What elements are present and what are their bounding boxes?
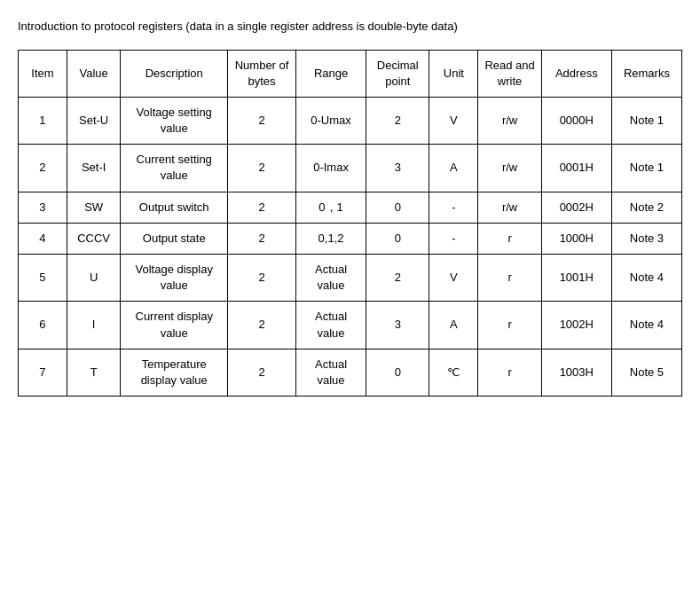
- cell-unit: ℃: [429, 349, 478, 396]
- cell-range: Actual value: [296, 302, 366, 349]
- cell-description: Output switch: [121, 192, 228, 223]
- cell-range: 0,1,2: [296, 223, 366, 254]
- cell-value: I: [67, 302, 120, 349]
- cell-description: Voltage display value: [121, 255, 228, 302]
- header-value: Value: [67, 50, 120, 97]
- cell-decimal: 2: [366, 255, 429, 302]
- table-row: 4CCCVOutput state20,1,20-r1000HNote 3: [19, 223, 682, 254]
- header-range: Range: [296, 50, 366, 97]
- cell-value: Set-U: [67, 97, 120, 144]
- cell-item: 2: [19, 145, 67, 192]
- cell-remarks: Note 3: [611, 223, 681, 254]
- cell-unit: A: [429, 302, 478, 349]
- cell-range: 0-Imax: [296, 145, 366, 192]
- cell-item: 3: [19, 192, 67, 223]
- cell-bytes: 2: [228, 349, 296, 396]
- cell-item: 4: [19, 223, 67, 254]
- cell-address: 1000H: [541, 223, 611, 254]
- header-address: Address: [541, 50, 611, 97]
- cell-description: Current setting value: [121, 145, 228, 192]
- cell-address: 0002H: [541, 192, 611, 223]
- cell-value: Set-I: [67, 145, 120, 192]
- cell-value: U: [67, 255, 120, 302]
- cell-address: 0000H: [541, 97, 611, 144]
- table-row: 5UVoltage display value2Actual value2Vr1…: [19, 255, 682, 302]
- cell-remarks: Note 1: [611, 145, 681, 192]
- cell-bytes: 2: [228, 223, 296, 254]
- protocol-registers-table: Item Value Description Number of bytes R…: [18, 50, 682, 397]
- cell-range: Actual value: [296, 255, 366, 302]
- cell-unit: V: [429, 255, 478, 302]
- header-rw: Read and write: [478, 50, 541, 97]
- cell-rw: r: [478, 302, 541, 349]
- cell-decimal: 3: [366, 302, 429, 349]
- cell-bytes: 2: [228, 192, 296, 223]
- table-row: 2Set-ICurrent setting value20-Imax3Ar/w0…: [19, 145, 682, 192]
- cell-rw: r/w: [478, 145, 541, 192]
- cell-description: Temperature display value: [121, 349, 228, 396]
- cell-item: 6: [19, 302, 67, 349]
- cell-decimal: 2: [366, 97, 429, 144]
- cell-description: Current display value: [121, 302, 228, 349]
- header-description: Description: [121, 50, 228, 97]
- cell-unit: -: [429, 223, 478, 254]
- header-unit: Unit: [429, 50, 478, 97]
- cell-unit: A: [429, 145, 478, 192]
- table-row: 1Set-UVoltage setting value20-Umax2Vr/w0…: [19, 97, 682, 144]
- cell-item: 1: [19, 97, 67, 144]
- cell-bytes: 2: [228, 255, 296, 302]
- cell-range: 0-Umax: [296, 97, 366, 144]
- cell-remarks: Note 2: [611, 192, 681, 223]
- header-decimal: Decimal point: [366, 50, 429, 97]
- table-row: 6ICurrent display value2Actual value3Ar1…: [19, 302, 682, 349]
- cell-item: 5: [19, 255, 67, 302]
- cell-description: Voltage setting value: [121, 97, 228, 144]
- cell-remarks: Note 5: [611, 349, 681, 396]
- table-row: 3SWOutput switch20，10-r/w0002HNote 2: [19, 192, 682, 223]
- cell-description: Output state: [121, 223, 228, 254]
- intro-paragraph: Introduction to protocol registers (data…: [18, 18, 682, 35]
- cell-bytes: 2: [228, 97, 296, 144]
- cell-range: Actual value: [296, 349, 366, 396]
- cell-address: 1001H: [541, 255, 611, 302]
- cell-item: 7: [19, 349, 67, 396]
- cell-value: T: [67, 349, 120, 396]
- cell-value: SW: [67, 192, 120, 223]
- cell-rw: r: [478, 255, 541, 302]
- cell-bytes: 2: [228, 145, 296, 192]
- cell-rw: r/w: [478, 97, 541, 144]
- table-row: 7TTemperature display value2Actual value…: [19, 349, 682, 396]
- header-remarks: Remarks: [611, 50, 681, 97]
- cell-unit: -: [429, 192, 478, 223]
- header-bytes: Number of bytes: [228, 50, 296, 97]
- cell-decimal: 3: [366, 145, 429, 192]
- cell-address: 1003H: [541, 349, 611, 396]
- cell-bytes: 2: [228, 302, 296, 349]
- cell-decimal: 0: [366, 349, 429, 396]
- cell-value: CCCV: [67, 223, 120, 254]
- cell-unit: V: [429, 97, 478, 144]
- cell-remarks: Note 1: [611, 97, 681, 144]
- cell-address: 0001H: [541, 145, 611, 192]
- cell-rw: r: [478, 349, 541, 396]
- cell-decimal: 0: [366, 192, 429, 223]
- header-item: Item: [19, 50, 67, 97]
- cell-decimal: 0: [366, 223, 429, 254]
- cell-rw: r/w: [478, 192, 541, 223]
- cell-address: 1002H: [541, 302, 611, 349]
- cell-remarks: Note 4: [611, 302, 681, 349]
- cell-remarks: Note 4: [611, 255, 681, 302]
- cell-range: 0，1: [296, 192, 366, 223]
- cell-rw: r: [478, 223, 541, 254]
